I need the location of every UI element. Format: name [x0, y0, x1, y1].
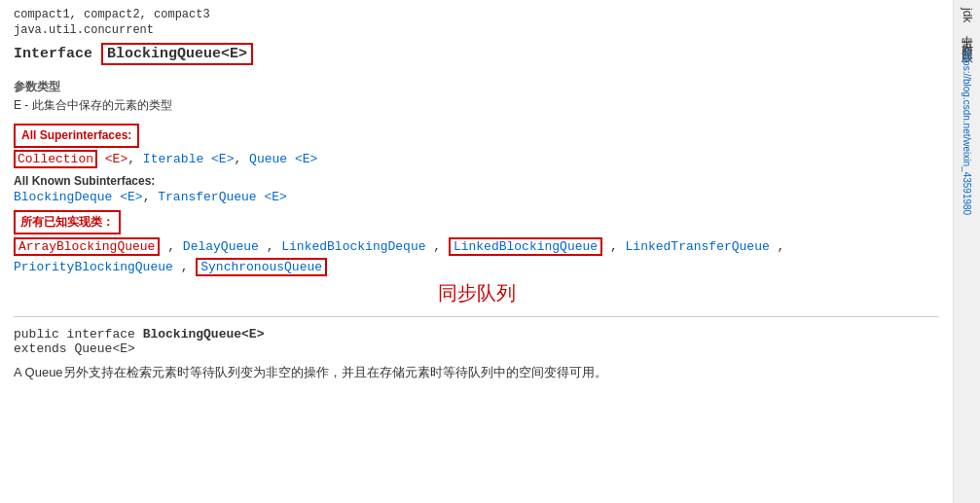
linked-blocking-queue-link[interactable]: LinkedBlockingQueue [454, 239, 598, 254]
param-type-desc: E - 此集合中保存的元素的类型 [14, 97, 939, 114]
subinterfaces-links: BlockingDeque <E>, TransferQueue <E> [14, 190, 939, 204]
compact-line: compact1, compact2, compact3 [14, 8, 939, 21]
blockingdeque-link[interactable]: BlockingDeque <E> [14, 190, 143, 204]
description: A Queue另外支持在检索元素时等待队列变为非空的操作，并且在存储元素时等待队… [14, 364, 939, 381]
transferqueue-link[interactable]: TransferQueue <E> [158, 190, 287, 204]
impl-row-2: PriorityBlockingQueue , SynchronousQueue [14, 258, 939, 276]
synchronous-queue-link[interactable]: SynchronousQueue [200, 260, 322, 274]
impl-sep6: , [173, 260, 196, 274]
code-line1: public interface BlockingQueue<E> [14, 327, 939, 341]
sidebar-url[interactable]: https://blog.csdn.net/weixin_43591980 [962, 50, 972, 215]
interface-title: Interface BlockingQueue<E> [14, 43, 939, 65]
delay-queue-link[interactable]: DelayQueue [183, 239, 259, 254]
array-blocking-queue-link[interactable]: ArrayBlockingQueue [18, 239, 155, 254]
right-sidebar: jdk 中 英 对 照 版 https://blog.csdn.net/weix… [953, 0, 980, 503]
divider [14, 316, 939, 317]
superinterface-sep1: , [127, 152, 143, 166]
interface-keyword: Interface [14, 46, 101, 62]
code-block: public interface BlockingQueue<E> extend… [14, 327, 939, 356]
sidebar-jdk: jdk [961, 8, 974, 22]
superinterfaces-box: All Superinterfaces: [14, 124, 139, 148]
impl-row-1: ArrayBlockingQueue , DelayQueue , Linked… [14, 237, 939, 256]
code-interface-name: BlockingQueue<E> [143, 327, 265, 341]
impl-sep2: , [259, 239, 281, 254]
superinterfaces-label: All Superinterfaces: [21, 128, 131, 142]
linked-blocking-deque-link[interactable]: LinkedBlockingDeque [281, 239, 425, 254]
subinterfaces-label: All Known Subinterfaces: [14, 174, 939, 188]
implementations-label: 所有已知实现类： [20, 215, 114, 229]
implementations-box: 所有已知实现类： [14, 210, 121, 234]
linked-transfer-queue-link[interactable]: LinkedTransferQueue [626, 239, 770, 254]
param-type-heading: 参数类型 [14, 79, 939, 95]
subinterface-sep: , [143, 190, 159, 204]
queue-link[interactable]: Queue <E> [249, 152, 317, 166]
superinterfaces-links: Collection <E>, Iterable <E>, Queue <E> [14, 152, 939, 166]
superinterface-sep2: , [234, 152, 249, 166]
array-blocking-queue-box: ArrayBlockingQueue [14, 237, 160, 256]
interface-name-box: BlockingQueue<E> [101, 43, 253, 65]
iterable-link[interactable]: Iterable <E> [143, 152, 235, 166]
collection-link[interactable]: Collection [14, 150, 97, 168]
collection-e: <E> [97, 152, 127, 166]
synchronous-queue-box: SynchronousQueue [196, 258, 327, 276]
impl-sep4: , [602, 239, 625, 254]
impl-sep3: , [426, 239, 449, 254]
sync-queue-label: 同步队列 [14, 280, 939, 306]
package-line: java.util.concurrent [14, 23, 939, 37]
priority-blocking-queue-link[interactable]: PriorityBlockingQueue [14, 260, 173, 274]
impl-sep5: , [770, 239, 785, 254]
interface-name: BlockingQueue<E> [107, 46, 247, 62]
code-line2: extends Queue<E> [14, 341, 939, 356]
impl-sep1: , [160, 239, 182, 254]
linked-blocking-queue-box: LinkedBlockingQueue [449, 237, 602, 256]
